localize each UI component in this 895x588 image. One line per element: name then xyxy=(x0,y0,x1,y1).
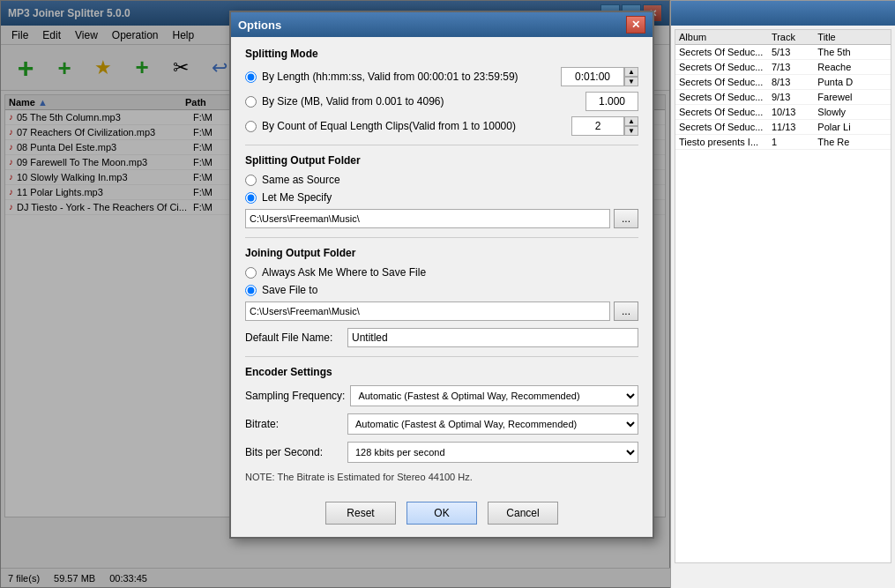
track-number: 1 xyxy=(772,137,817,147)
count-spin-btns: ▲ ▼ xyxy=(624,116,638,136)
track-number: 9/13 xyxy=(772,92,817,102)
length-spin-btns: ▲ ▼ xyxy=(624,67,638,86)
join-browse-button[interactable]: ... xyxy=(614,301,638,321)
sampling-label: Sampling Frequency: xyxy=(245,390,345,402)
sampling-row: Sampling Frequency: Automatic (Fastest &… xyxy=(245,385,638,406)
track-album: Secrets Of Seduc... xyxy=(679,107,772,117)
count-down-btn[interactable]: ▼ xyxy=(624,126,638,136)
by-length-label: By Length (hh:mm:ss, Valid from 00:00:01… xyxy=(262,71,556,83)
always-ask-radio[interactable] xyxy=(245,267,257,279)
by-count-row: By Count of Equal Length Clips(Valid fro… xyxy=(245,116,638,136)
track-list: Album Track Title Secrets Of Seduc... 5/… xyxy=(675,29,891,563)
col-album: Album xyxy=(679,32,772,42)
list-item[interactable]: Secrets Of Seduc... 10/13 Slowly xyxy=(675,105,891,120)
by-size-row: By Size (MB, Valid from 0.001 to 4096) xyxy=(245,92,638,111)
same-as-source-radio[interactable] xyxy=(245,175,257,186)
track-title: Slowly xyxy=(817,107,887,117)
by-length-row: By Length (hh:mm:ss, Valid from 00:00:01… xyxy=(245,67,638,86)
default-filename-label: Default File Name: xyxy=(245,331,342,344)
track-album: Secrets Of Seduc... xyxy=(679,92,772,102)
track-album: Secrets Of Seduc... xyxy=(679,47,772,57)
splitting-mode-label: Splitting Mode xyxy=(245,48,638,60)
by-size-label: By Size (MB, Valid from 0.001 to 4096) xyxy=(262,95,580,108)
join-path-row: ... xyxy=(245,301,638,321)
encoder-settings-label: Encoder Settings xyxy=(245,366,638,378)
always-ask-label: Always Ask Me Where to Save File xyxy=(262,266,638,279)
length-up-btn[interactable]: ▲ xyxy=(624,67,638,77)
bps-select[interactable]: 128 kbits per second xyxy=(347,442,638,463)
track-list-header: Album Track Title xyxy=(675,30,891,45)
same-as-source-row: Same as Source xyxy=(245,174,638,186)
sampling-select[interactable]: Automatic (Fastest & Optimal Way, Recomm… xyxy=(350,385,638,406)
bitrate-row: Bitrate: Automatic (Fastest & Optimal Wa… xyxy=(245,413,638,435)
dialog-body: Splitting Mode By Length (hh:mm:ss, Vali… xyxy=(231,37,653,493)
count-up-btn[interactable]: ▲ xyxy=(624,116,638,126)
joining-output-label: Joining Output Folder xyxy=(245,247,638,259)
col-track: Track xyxy=(772,32,817,42)
right-panel: Album Track Title Secrets Of Seduc... 5/… xyxy=(670,0,895,588)
length-down-btn[interactable]: ▼ xyxy=(624,77,638,86)
by-count-label: By Count of Equal Length Clips(Valid fro… xyxy=(262,120,566,132)
cancel-button[interactable]: Cancel xyxy=(488,502,558,525)
default-filename-input[interactable] xyxy=(347,328,638,347)
track-number: 11/13 xyxy=(772,122,817,132)
list-item[interactable]: Tiesto presents I... 1 The Re xyxy=(675,135,891,150)
options-dialog: Options ✕ Splitting Mode By Length (hh:m… xyxy=(229,11,654,539)
right-title-bar xyxy=(671,1,895,26)
let-me-specify-row: Let Me Specify xyxy=(245,191,638,204)
list-item[interactable]: Secrets Of Seduc... 5/13 The 5th xyxy=(675,45,891,60)
default-filename-row: Default File Name: xyxy=(245,328,638,347)
track-number: 10/13 xyxy=(772,107,817,117)
bitrate-label: Bitrate: xyxy=(245,418,342,430)
split-path-row: ... xyxy=(245,209,638,228)
track-number: 8/13 xyxy=(772,77,817,87)
divider-1 xyxy=(245,145,638,145)
track-album: Secrets Of Seduc... xyxy=(679,62,772,72)
join-path-input[interactable] xyxy=(245,301,610,321)
save-file-to-label: Save File to xyxy=(262,284,638,296)
count-input[interactable] xyxy=(571,116,624,136)
length-input[interactable] xyxy=(561,67,624,86)
bps-label: Bits per Second: xyxy=(245,446,342,458)
track-title: Punta D xyxy=(817,77,887,87)
track-album: Secrets Of Seduc... xyxy=(679,122,772,132)
reset-button[interactable]: Reset xyxy=(325,502,396,525)
track-title: Reache xyxy=(817,62,887,72)
dialog-title-controls: ✕ xyxy=(626,16,645,33)
list-item[interactable]: Secrets Of Seduc... 8/13 Punta D xyxy=(675,75,891,90)
track-album: Secrets Of Seduc... xyxy=(679,77,772,87)
track-title: The Re xyxy=(817,137,887,147)
bitrate-select[interactable]: Automatic (Fastest & Optimal Way, Recomm… xyxy=(347,413,638,435)
split-browse-button[interactable]: ... xyxy=(614,209,638,228)
length-spinner: ▲ ▼ xyxy=(561,67,638,86)
by-count-radio[interactable] xyxy=(245,121,257,132)
divider-2 xyxy=(245,237,638,238)
track-number: 5/13 xyxy=(772,47,817,57)
split-path-input[interactable] xyxy=(245,209,610,228)
track-title: Farewel xyxy=(817,92,887,102)
track-number: 7/13 xyxy=(772,62,817,72)
list-item[interactable]: Secrets Of Seduc... 11/13 Polar Li xyxy=(675,120,891,135)
dialog-close-button[interactable]: ✕ xyxy=(626,16,645,33)
save-file-to-row: Save File to xyxy=(245,284,638,296)
track-title: Polar Li xyxy=(817,122,887,132)
note-text: NOTE: The Bitrate is Estimated for Stere… xyxy=(245,472,638,482)
list-item[interactable]: Secrets Of Seduc... 7/13 Reache xyxy=(675,60,891,75)
save-file-to-radio[interactable] xyxy=(245,285,257,296)
divider-3 xyxy=(245,356,638,357)
list-item[interactable]: Secrets Of Seduc... 9/13 Farewel xyxy=(675,90,891,105)
by-length-radio[interactable] xyxy=(245,71,257,83)
let-me-specify-radio[interactable] xyxy=(245,192,257,204)
dialog-title-text: Options xyxy=(238,19,281,32)
track-album: Tiesto presents I... xyxy=(679,137,772,147)
splitting-output-label: Splitting Output Folder xyxy=(245,154,638,167)
always-ask-row: Always Ask Me Where to Save File xyxy=(245,266,638,279)
by-size-radio[interactable] xyxy=(245,96,257,108)
count-spinner: ▲ ▼ xyxy=(571,116,638,136)
ok-button[interactable]: OK xyxy=(406,502,477,525)
track-title: The 5th xyxy=(817,47,887,57)
same-as-source-label: Same as Source xyxy=(262,174,638,186)
size-input[interactable] xyxy=(585,92,638,111)
col-title: Title xyxy=(817,32,887,42)
dialog-title-bar: Options ✕ xyxy=(231,12,653,37)
